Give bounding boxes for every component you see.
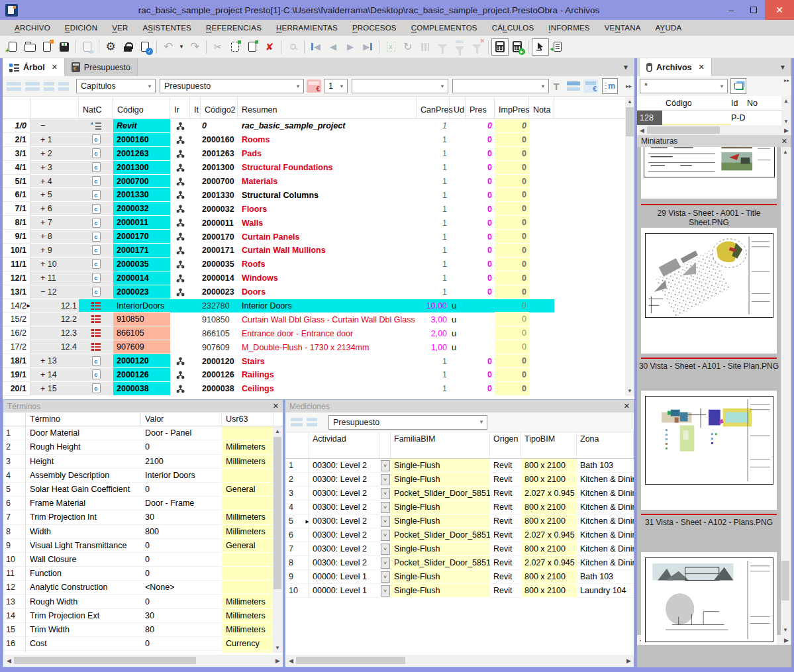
valor-cell[interactable]: 800 (141, 525, 222, 539)
imppres-cell[interactable]: 0 (495, 202, 529, 216)
copy-icon[interactable] (226, 38, 244, 56)
it-cell[interactable] (190, 188, 201, 202)
termino-cell[interactable]: Assembly Code (26, 651, 141, 653)
actividad-dropdown[interactable]: ˅ (379, 528, 391, 542)
table-row[interactable]: 1/0−Revit0rac_basic_sample_project100 (3, 119, 628, 133)
actividad-dropdown[interactable]: ˅ (379, 514, 391, 528)
ud-cell[interactable] (450, 382, 466, 396)
valor-cell[interactable]: 0 (141, 595, 222, 608)
usr63-cell[interactable] (222, 469, 273, 483)
row-number[interactable]: 20/1 (3, 382, 30, 396)
actividad-cell[interactable]: 00300: Level 2 (309, 542, 379, 556)
scroll-right-icon[interactable]: ▶ (781, 637, 791, 644)
level-combo[interactable]: 1▼ (324, 79, 348, 93)
ud-cell[interactable] (450, 285, 466, 299)
info-cell[interactable] (170, 188, 190, 202)
actividad-cell[interactable]: 00300: Level 2 (309, 514, 379, 528)
code-cell[interactable]: 2000160 (113, 133, 170, 147)
scroll-right-icon[interactable]: ▶ (624, 657, 634, 664)
zona-cell[interactable]: Laundry 104 (577, 584, 634, 598)
code2-cell[interactable]: 2001330 (201, 188, 238, 202)
preview-icon[interactable] (79, 38, 96, 56)
nota-cell[interactable] (529, 230, 554, 244)
archivos-hscrollbar[interactable]: ◀ ▶ (637, 125, 791, 135)
usr63-cell[interactable] (222, 581, 273, 595)
zona-cell[interactable]: Kitchen & Dining (577, 514, 634, 528)
close-button[interactable]: ✕ (765, 0, 794, 20)
tree-cell[interactable]: + 10 (30, 258, 79, 271)
usr63-cell[interactable]: General (222, 539, 273, 553)
ud-cell[interactable]: u (450, 340, 466, 354)
valor-cell[interactable]: 0 (141, 440, 222, 454)
redo-icon[interactable]: ↷ (186, 38, 203, 56)
valor-cell[interactable]: 0 (141, 553, 222, 567)
zona-cell[interactable]: Kitchen & Dining (577, 473, 634, 487)
row-number[interactable]: 2/1 (3, 133, 30, 147)
row-number[interactable]: 16/2 (3, 326, 30, 340)
actividad-cell[interactable]: 00300: Level 2 (309, 487, 379, 501)
familiabim-cell[interactable]: Single-Flush (391, 542, 490, 556)
termino-cell[interactable]: Trim Width (26, 623, 141, 637)
termino-cell[interactable]: Rough Width (26, 595, 141, 608)
code2-cell[interactable]: 2000014 (201, 271, 238, 285)
row-number[interactable]: 1/0 (3, 119, 30, 133)
info-cell[interactable] (170, 271, 190, 285)
tree-cell[interactable]: + 5 (30, 188, 79, 202)
summary-cell[interactable]: M_Double-Flush - 1730 x 2134mm (238, 340, 417, 354)
pres-cell[interactable]: 0 (466, 244, 495, 258)
it-cell[interactable] (190, 340, 201, 354)
nota-cell[interactable] (529, 175, 554, 189)
row-number[interactable]: 4 (285, 501, 309, 514)
tree-cell[interactable]: − 12 (30, 285, 79, 299)
scroll-down-icon[interactable]: ▼ (273, 643, 282, 653)
summary-cell[interactable]: Stairs (238, 354, 417, 368)
nature-cell[interactable]: c (79, 368, 113, 382)
nature-cell[interactable]: c (79, 285, 113, 299)
imppres-cell[interactable]: 0 (495, 244, 529, 258)
table-row[interactable]: 5▶00300: Level 2˅Single-FlushRevit800 x … (285, 514, 634, 528)
row-number[interactable]: 11 (3, 567, 26, 581)
info-cell[interactable] (170, 175, 190, 189)
tree-cell[interactable]: + 9 (30, 244, 79, 258)
archivos-filter-combo[interactable]: *▼ (640, 79, 728, 93)
zona-cell[interactable]: Kitchen & Dining (577, 542, 634, 556)
origen-cell[interactable]: Revit (490, 501, 521, 514)
nature-cell[interactable]: c (79, 258, 113, 271)
familiabim-cell[interactable]: Single-Flush (391, 501, 490, 514)
list-item[interactable]: 7Trim Projection Int30Millimeters (3, 510, 273, 524)
code-cell[interactable]: 2000700 (113, 175, 170, 189)
info-cell[interactable] (170, 147, 190, 161)
table-row[interactable]: 2/1+ 1c20001602000160Rooms100 (3, 133, 628, 147)
canpres-cell[interactable]: 1 (417, 216, 450, 230)
nota-cell[interactable] (529, 188, 554, 202)
ud-cell[interactable] (450, 368, 466, 382)
pres-cell[interactable]: 0 (466, 382, 495, 396)
it-cell[interactable] (190, 354, 201, 368)
col-pres[interactable]: Pres (466, 97, 495, 119)
gallery-view-icon[interactable] (730, 78, 746, 94)
chevron-down-icon[interactable]: ˅ (381, 474, 390, 485)
zona-cell[interactable]: Kitchen & Dining (577, 556, 634, 570)
actividad-cell[interactable]: 00300: Level 2 (309, 473, 379, 487)
report-icon[interactable] (549, 38, 566, 56)
tree-expand-icon[interactable] (307, 418, 317, 426)
tree-cell[interactable]: + 3 (30, 161, 79, 175)
table-row[interactable]: 6/1+ 5c20013302001330Structural Columns1… (3, 188, 628, 202)
tab-arbol[interactable]: Árbol ✕ (3, 58, 65, 76)
mediciones-hscrollbar[interactable]: ◀ ▶ (286, 655, 634, 666)
pres-cell[interactable]: 0 (466, 161, 495, 175)
nature-cell[interactable]: c (79, 216, 113, 230)
chevron-down-icon[interactable]: ˅ (381, 516, 390, 527)
tree-cell[interactable]: + 13 (30, 354, 79, 368)
list-item[interactable]: 15Trim Width80Millimeters (3, 623, 273, 637)
list-item[interactable]: 17Assembly CodeC1020 (3, 651, 273, 653)
canpres-cell[interactable]: 1 (417, 230, 450, 244)
imppres-cell[interactable]: 0 (495, 258, 529, 271)
row-number[interactable]: 12 (3, 581, 26, 595)
chevron-down-icon[interactable]: ▼ (536, 83, 546, 89)
it-cell[interactable] (190, 175, 201, 189)
it-cell[interactable] (190, 312, 201, 326)
actividad-cell[interactable]: 00300: Level 2 (309, 501, 379, 514)
termino-cell[interactable]: Trim Projection Int (26, 510, 141, 524)
col-valor[interactable]: Valor (141, 412, 222, 426)
